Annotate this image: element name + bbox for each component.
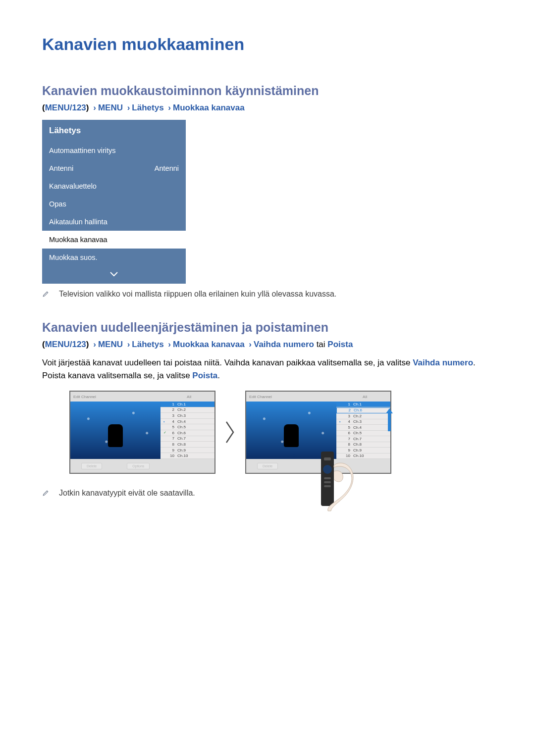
hand-with-remote-illustration <box>307 448 357 512</box>
section1-path: (MENU/123) ›MENU ›Lähetys ›Muokkaa kanav… <box>42 103 493 113</box>
svg-rect-1 <box>324 457 331 460</box>
screenshots-row: Edit ChannelAll 1Ch.12Ch.23Ch.3•4Ch.45Ch… <box>69 391 493 474</box>
move-up-arrow-icon <box>386 408 393 431</box>
menu-item[interactable]: Aikataulun hallinta <box>42 213 186 231</box>
channel-row[interactable]: 2Ch.6 <box>336 407 390 414</box>
menu-item[interactable]: Kanavaluettelo <box>42 177 186 195</box>
svg-rect-3 <box>324 477 331 479</box>
channel-row[interactable]: 8Ch.8 <box>160 442 214 448</box>
pencil-icon <box>42 490 51 499</box>
channel-row[interactable]: ✓6Ch.6 <box>160 430 214 436</box>
section2-note: Jotkin kanavatyypit eivät ole saatavilla… <box>42 489 493 499</box>
channel-row[interactable]: 8Ch.8 <box>336 442 390 448</box>
channel-row[interactable]: 6Ch.5 <box>336 431 390 437</box>
svg-rect-4 <box>324 481 331 483</box>
channel-row[interactable]: 1Ch.1 <box>336 402 390 407</box>
svg-rect-5 <box>324 485 331 487</box>
section2-path: (MENU/123) ›MENU ›Lähetys ›Muokkaa kanav… <box>42 340 493 350</box>
channel-row[interactable]: 10Ch.10 <box>160 453 214 459</box>
channel-row[interactable]: 7Ch.7 <box>336 436 390 442</box>
svg-point-2 <box>323 465 332 474</box>
section1-note: Television valikko voi mallista riippuen… <box>42 290 493 300</box>
channel-row[interactable]: 5Ch.5 <box>160 424 214 430</box>
menu-item[interactable]: Muokkaa suos. <box>42 249 186 266</box>
channel-row[interactable]: 3Ch.2 <box>336 413 390 419</box>
section1-heading: Kanavien muokkaustoiminnon käynnistämine… <box>42 84 493 98</box>
page-title: Kanavien muokkaaminen <box>42 35 493 54</box>
channel-row[interactable]: 7Ch.7 <box>160 436 214 442</box>
pencil-icon <box>42 291 51 300</box>
channel-row[interactable]: 2Ch.2 <box>160 407 214 413</box>
channel-row[interactable]: 5Ch.4 <box>336 425 390 431</box>
channel-row[interactable]: 3Ch.3 <box>160 413 214 419</box>
broadcast-menu: Lähetys Automaattinen viritysAntenniAnte… <box>42 120 186 284</box>
menu-more-icon <box>42 266 186 284</box>
section2-body: Voit järjestää kanavat uudelleen tai poi… <box>42 356 493 382</box>
menu-item[interactable]: Muokkaa kanavaa <box>42 231 186 249</box>
chevron-right-icon <box>224 420 236 445</box>
section2-heading: Kanavien uudelleenjärjestäminen ja poist… <box>42 320 493 335</box>
channel-row[interactable]: •4Ch.3 <box>336 419 390 425</box>
channel-row[interactable]: 9Ch.9 <box>160 448 214 454</box>
screenshot-left: Edit ChannelAll 1Ch.12Ch.23Ch.3•4Ch.45Ch… <box>69 391 215 474</box>
menu-item[interactable]: AntenniAntenni <box>42 159 186 177</box>
menu-header: Lähetys <box>42 120 186 142</box>
channel-row[interactable]: 1Ch.1 <box>160 402 214 407</box>
channel-row[interactable]: •4Ch.4 <box>160 419 214 425</box>
menu-item[interactable]: Opas <box>42 195 186 213</box>
menu-item[interactable]: Automaattinen viritys <box>42 142 186 159</box>
